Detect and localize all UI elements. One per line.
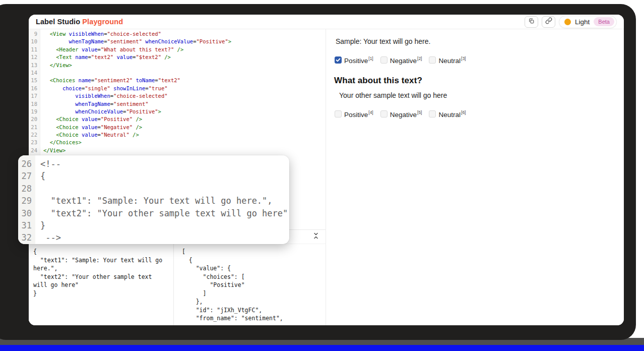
choice-label: Neutral[3] <box>438 56 466 65</box>
checkbox-unchecked[interactable] <box>429 110 436 118</box>
comment-text: "text1": "Sample: Your text will go here… <box>35 195 273 207</box>
code-line: 22 <Choice value="Neutral" /> <box>29 131 326 139</box>
code-line: 24</View> <box>29 147 326 154</box>
code-line: 20 <Choice value="Positive" /> <box>29 115 326 123</box>
app-header: Label Studio Playground Light Beta <box>29 15 624 29</box>
theme-toggle[interactable]: Light Beta <box>559 16 617 28</box>
hotkey-badge: [3] <box>461 56 466 61</box>
output-json-text: [ { "value": { "choices": [ "Positive" ]… <box>182 248 321 323</box>
theme-dot-icon <box>564 19 571 25</box>
choice-row-1: Positive[1]Negative[2]Neutral[3] <box>335 56 616 65</box>
checkbox-checked[interactable] <box>335 56 342 64</box>
copy-icon <box>528 17 535 26</box>
comment-text: --> <box>35 231 61 244</box>
code-text: </View> <box>40 62 72 69</box>
checkbox-unchecked[interactable] <box>335 110 342 118</box>
preview-text-1: Sample: Your text will go here. <box>336 37 616 45</box>
code-text: whenTagName="sentiment" whenChoiceValue=… <box>40 38 231 45</box>
code-text: <Header value="What about this text?" /> <box>40 46 183 53</box>
magnifier-code-line: 27{ <box>18 170 289 182</box>
code-text: <Choice value="Negative" /> <box>40 124 142 131</box>
hotkey-badge: [1] <box>368 56 373 61</box>
json-panels: { "text1": "Sample: Your text will go he… <box>29 244 326 325</box>
magnifier-code-line: 30 "text2": "Your other sample text will… <box>18 207 289 219</box>
line-number: 9 <box>29 30 40 38</box>
code-lines: 9 <View visibleWhen="choice-selected"10 … <box>29 29 326 154</box>
code-line: 23 </Choices> <box>29 139 326 146</box>
choice-positive[interactable]: Positive[4] <box>335 110 373 119</box>
magnifier-code-line: 29 "text1": "Sample: Your text will go h… <box>18 195 289 207</box>
panel-collapse-button[interactable] <box>312 232 319 241</box>
code-text: <View visibleWhen="choice-selected" <box>40 30 161 38</box>
checkbox-unchecked[interactable] <box>380 56 388 64</box>
output-json-panel[interactable]: [ { "value": { "choices": [ "Positive" ]… <box>174 244 326 325</box>
choice-negative[interactable]: Negative[5] <box>380 110 422 119</box>
share-link-button[interactable] <box>542 16 555 28</box>
code-text: choice="single" showInLine="true" <box>40 85 168 92</box>
line-number: 12 <box>29 53 40 61</box>
line-number: 31 <box>18 219 35 231</box>
line-number: 11 <box>29 46 40 53</box>
code-line: 15 <Choices name="sentiment2" toName="te… <box>29 77 326 84</box>
code-line: 10 whenTagName="sentiment" whenChoiceVal… <box>29 38 326 45</box>
line-number: 18 <box>29 100 40 108</box>
choice-label: Neutral[6] <box>438 110 466 119</box>
comment-text: { <box>35 170 45 182</box>
beta-badge: Beta <box>594 17 614 26</box>
preview-section-header: What about this text? <box>334 76 616 86</box>
choice-negative[interactable]: Negative[2] <box>380 56 422 65</box>
preview-pane: Sample: Your text will go here. Positive… <box>326 29 624 325</box>
link-icon <box>545 17 552 26</box>
code-text: whenChoiceValue="Positive"> <box>40 108 161 115</box>
input-json-panel[interactable]: { "text1": "Sample: Your text will go he… <box>29 244 174 325</box>
page-background: { "header": { "title": "Label Studio", "… <box>0 0 644 351</box>
line-number: 27 <box>18 170 35 182</box>
code-line: 17 visibleWhen="choice-selected" <box>29 92 326 100</box>
hotkey-badge: [6] <box>461 110 466 115</box>
page-title: Label Studio Playground <box>36 18 123 26</box>
code-text: <Text name="text2" value="$text2" /> <box>40 53 171 61</box>
choice-neutral[interactable]: Neutral[6] <box>429 110 466 119</box>
line-number: 14 <box>29 69 40 77</box>
line-number: 10 <box>29 38 40 45</box>
magnifier-code-line: 32 --> <box>18 231 289 244</box>
magnifier-code-line: 26<!-- <box>18 158 289 170</box>
code-line: 18 whenTagName="sentiment" <box>29 100 326 108</box>
hotkey-badge: [5] <box>417 110 422 115</box>
zoom-magnifier-overlay: 26<!--27{2829 "text1": "Sample: Your tex… <box>18 155 289 244</box>
line-number: 23 <box>29 139 40 146</box>
choice-positive[interactable]: Positive[1] <box>335 56 373 65</box>
code-line: 14 <box>29 69 326 77</box>
choice-label: Positive[1] <box>344 56 373 65</box>
code-text: visibleWhen="choice-selected" <box>40 92 168 100</box>
hotkey-badge: [2] <box>417 56 422 61</box>
code-text: <Choices name="sentiment2" toName="text2… <box>40 77 180 84</box>
code-line: 12 <Text name="text2" value="$text2" /> <box>29 53 326 61</box>
code-line: 19 whenChoiceValue="Positive"> <box>29 108 326 115</box>
choice-label: Positive[4] <box>344 110 373 119</box>
code-text: <Choice value="Positive" /> <box>40 115 142 123</box>
checkbox-unchecked[interactable] <box>380 110 388 118</box>
code-text: whenTagName="sentiment" <box>40 100 149 108</box>
copy-config-button[interactable] <box>525 16 538 28</box>
line-number: 15 <box>29 77 40 84</box>
comment-text: } <box>35 219 45 231</box>
choice-neutral[interactable]: Neutral[3] <box>429 56 466 65</box>
line-number: 19 <box>29 108 40 115</box>
taskbar-blue-bar <box>0 345 644 351</box>
input-json-text: { "text1": "Sample: Your text will go he… <box>33 248 169 298</box>
line-number: 24 <box>29 147 40 154</box>
page-title-primary: Label Studio <box>36 18 80 26</box>
check-icon <box>336 57 341 63</box>
line-number: 16 <box>29 85 40 92</box>
code-text <box>40 69 43 77</box>
line-number: 26 <box>18 158 35 170</box>
line-number: 22 <box>29 131 40 139</box>
comment-text: "text2": "Your other sample text will go… <box>35 207 288 219</box>
code-text: <Choice value="Neutral" /> <box>40 131 139 139</box>
code-line: 11 <Header value="What about this text?"… <box>29 46 326 53</box>
code-text: </View> <box>40 147 66 154</box>
checkbox-unchecked[interactable] <box>429 56 436 64</box>
choice-label: Negative[5] <box>390 110 422 119</box>
comment-text: <!-- <box>35 158 61 170</box>
